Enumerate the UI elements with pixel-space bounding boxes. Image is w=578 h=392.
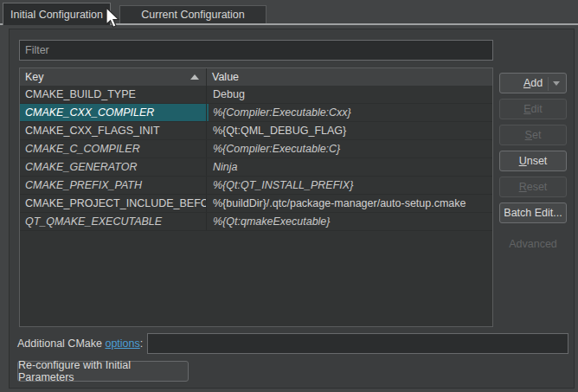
mouse-cursor-icon (105, 7, 121, 30)
table-row[interactable]: CMAKE_BUILD_TYPE Debug (20, 86, 492, 104)
table-row[interactable]: CMAKE_GENERATOR Ninja (20, 158, 492, 177)
advanced-toggle[interactable]: Advanced (499, 235, 567, 253)
filter-input[interactable] (19, 40, 493, 61)
row-key[interactable]: CMAKE_GENERATOR (20, 158, 207, 176)
variables-table: Key Value CMAKE_BUILD_TYPE Debug CMAKE_C… (19, 67, 493, 327)
row-value[interactable]: %{Qt:QML_DEBUG_FLAG} (207, 122, 492, 139)
table-row[interactable]: CMAKE_C_COMPILER %{Compiler:Executable:C… (20, 140, 492, 158)
row-key[interactable]: CMAKE_C_COMPILER (20, 140, 207, 157)
chevron-down-icon (553, 81, 560, 86)
row-value[interactable]: Debug (207, 86, 492, 103)
table-row[interactable]: CMAKE_CXX_FLAGS_INIT %{Qt:QML_DEBUG_FLAG… (20, 122, 492, 140)
row-value[interactable]: Ninja (207, 158, 492, 176)
tab-label: Current Configuration (141, 9, 245, 21)
additional-cmake-options-input[interactable] (147, 333, 568, 354)
row-key[interactable]: CMAKE_BUILD_TYPE (20, 86, 207, 103)
row-key[interactable]: CMAKE_PREFIX_PATH (20, 177, 207, 194)
reset-button[interactable]: Reset (499, 177, 567, 197)
table-row[interactable]: QT_QMAKE_EXECUTABLE %{Qt:qmakeExecutable… (20, 213, 492, 231)
row-key[interactable]: QT_QMAKE_EXECUTABLE (20, 213, 207, 230)
table-row-selected[interactable]: CMAKE_CXX_COMPILER %{Compiler:Executable… (20, 104, 492, 122)
cmake-configuration-panel: Initial Configuration Current Configurat… (0, 0, 578, 392)
row-value[interactable]: %{Compiler:Executable:Cxx} (207, 104, 492, 121)
table-row[interactable]: CMAKE_PROJECT_INCLUDE_BEFORE %{buildDir}… (20, 195, 492, 213)
options-link[interactable]: options (105, 337, 139, 350)
set-button[interactable]: Set (499, 125, 567, 145)
batch-edit-button[interactable]: Batch Edit... (499, 202, 567, 223)
row-value[interactable]: %{Compiler:Executable:C} (207, 140, 492, 157)
edit-button[interactable]: Edit (499, 99, 567, 119)
row-key[interactable]: CMAKE_CXX_FLAGS_INIT (20, 122, 207, 139)
tab-current-configuration[interactable]: Current Configuration (119, 5, 267, 23)
row-key[interactable]: CMAKE_CXX_COMPILER (20, 104, 207, 121)
tab-initial-configuration[interactable]: Initial Configuration (3, 3, 111, 25)
additional-cmake-options-label: Additional CMake options: (17, 337, 143, 350)
table-empty-area (20, 231, 492, 326)
table-header: Key Value (20, 68, 492, 86)
tab-label: Initial Configuration (10, 9, 103, 21)
sort-ascending-icon (190, 74, 199, 80)
column-header-key[interactable]: Key (20, 68, 207, 86)
row-value[interactable]: %{Qt:qmakeExecutable} (207, 213, 492, 230)
table-row[interactable]: CMAKE_PREFIX_PATH %{Qt:QT_INSTALL_PREFIX… (20, 177, 492, 195)
add-button[interactable]: Add (499, 73, 567, 93)
reconfigure-button[interactable]: Re-configure with Initial Parameters (17, 361, 189, 382)
row-key[interactable]: CMAKE_PROJECT_INCLUDE_BEFORE (20, 195, 207, 212)
row-value[interactable]: %{Qt:QT_INSTALL_PREFIX} (207, 177, 492, 194)
table-body: CMAKE_BUILD_TYPE Debug CMAKE_CXX_COMPILE… (20, 86, 492, 326)
unset-button[interactable]: Unset (499, 151, 567, 171)
column-header-value[interactable]: Value (207, 68, 492, 86)
row-value[interactable]: %{buildDir}/.qtc/package-manager/auto-se… (207, 195, 492, 212)
